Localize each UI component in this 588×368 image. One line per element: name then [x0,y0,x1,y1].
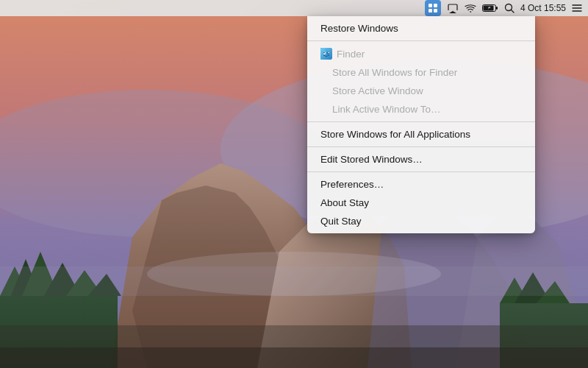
menu-item-finder: Finder [307,44,535,63]
stay-dropdown-menu: Restore Windows [307,16,535,233]
menu-separator-4 [307,171,535,172]
svg-point-20 [147,252,441,296]
svg-rect-23 [429,4,432,7]
svg-marker-27 [449,11,456,13]
svg-rect-29 [496,7,498,10]
battery-icon[interactable] [482,4,498,13]
menu-item-store-active-window: Store Active Window [307,82,535,100]
menu-separator-1 [307,40,535,41]
svg-rect-25 [429,9,432,13]
svg-rect-22 [0,347,588,368]
menu-item-quit-stay[interactable]: Quit Stay [307,212,535,230]
stay-menu-icon[interactable] [425,0,441,16]
airplay-icon[interactable] [447,4,459,13]
menu-item-preferences[interactable]: Preferences… [307,175,535,194]
menubar-datetime: 4 Oct 15:55 [520,3,566,13]
wifi-icon[interactable] [465,4,476,13]
menu-item-about-stay[interactable]: About Stay [307,194,535,212]
menubar-right: 4 Oct 15:55 [425,0,582,16]
menu-separator-3 [307,146,535,147]
menu-item-store-all-finder: Store All Windows for Finder [307,63,535,82]
finder-icon [320,48,332,60]
menu-item-restore-windows[interactable]: Restore Windows [307,19,535,38]
menu-item-edit-stored-windows[interactable]: Edit Stored Windows… [307,150,535,169]
svg-point-42 [328,52,329,54]
svg-rect-26 [434,9,437,13]
menu-item-store-windows-all-apps[interactable]: Store Windows for All Applications [307,125,535,144]
svg-point-41 [323,52,325,54]
notification-center-icon[interactable] [572,4,582,13]
menu-separator-2 [307,121,535,122]
menu-item-link-active-window: Link Active Window To… [307,100,535,118]
svg-line-32 [511,10,514,13]
svg-rect-24 [434,4,437,7]
menubar: 4 Oct 15:55 [0,0,588,16]
search-icon[interactable] [504,3,514,13]
